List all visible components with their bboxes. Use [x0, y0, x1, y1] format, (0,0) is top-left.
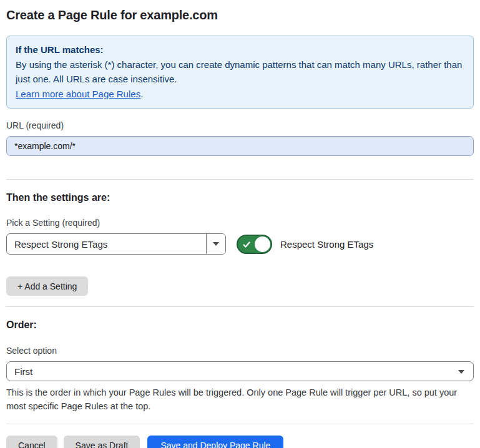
create-page-rule-panel: Create a Page Rule for example.com If th…	[0, 0, 480, 448]
check-icon	[243, 241, 250, 248]
cancel-button[interactable]: Cancel	[6, 436, 57, 448]
toggle-knob	[255, 236, 270, 252]
section-divider	[6, 179, 474, 180]
info-box-body: By using the asterisk (*) character, you…	[16, 57, 464, 87]
select-arrow-icon	[458, 370, 464, 374]
toggle-label: Respect Strong ETags	[280, 239, 373, 250]
url-field-label: URL (required)	[6, 120, 474, 130]
info-box-heading: If the URL matches:	[16, 42, 464, 57]
url-input[interactable]	[6, 136, 474, 156]
add-setting-button[interactable]: + Add a Setting	[6, 276, 88, 296]
respect-strong-etags-toggle[interactable]	[237, 235, 272, 254]
save-as-draft-button[interactable]: Save as Draft	[64, 436, 140, 448]
setting-picker-value: Respect Strong ETags	[7, 234, 206, 254]
setting-row: Respect Strong ETags Respect Strong ETag…	[6, 233, 474, 255]
order-section-heading: Order:	[6, 319, 474, 331]
order-help-text: This is the order in which your Page Rul…	[6, 386, 474, 413]
settings-section-heading: Then the settings are:	[6, 192, 474, 203]
order-select-value: First	[14, 366, 32, 377]
page-title: Create a Page Rule for example.com	[6, 8, 474, 22]
info-box-link-row: Learn more about Page Rules.	[16, 87, 464, 102]
setting-picker-dropdown[interactable]: Respect Strong ETags	[6, 233, 226, 255]
link-suffix: .	[140, 89, 143, 99]
order-select-label: Select option	[6, 346, 474, 356]
order-select-dropdown[interactable]: First	[6, 361, 474, 381]
dropdown-arrow-icon	[213, 242, 219, 246]
url-match-info-box: If the URL matches: By using the asteris…	[6, 36, 474, 109]
learn-more-link[interactable]: Learn more about Page Rules	[16, 89, 140, 99]
footer-actions: Cancel Save as Draft Save and Deploy Pag…	[6, 436, 474, 448]
setting-picker-arrow-button[interactable]	[206, 234, 225, 254]
section-divider	[6, 424, 474, 424]
setting-toggle-group: Respect Strong ETags	[237, 235, 373, 254]
save-and-deploy-button[interactable]: Save and Deploy Page Rule	[147, 436, 283, 448]
section-divider	[6, 306, 474, 307]
pick-setting-label: Pick a Setting (required)	[6, 218, 474, 228]
